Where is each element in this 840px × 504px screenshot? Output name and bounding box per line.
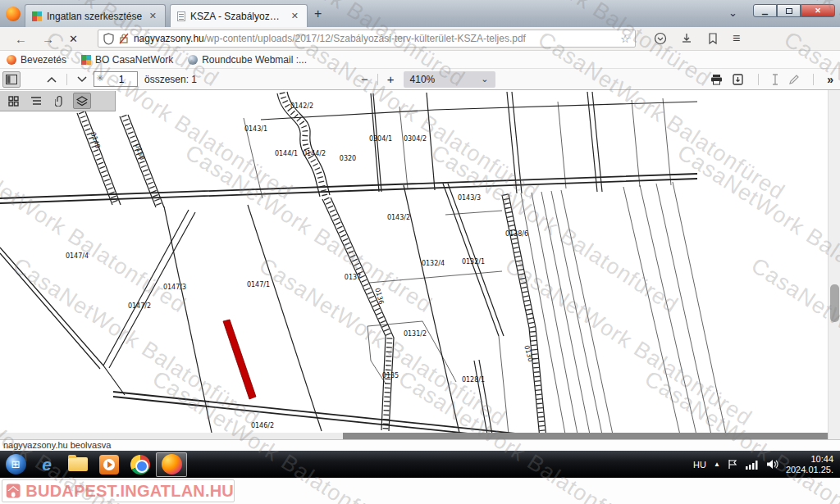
library-icon[interactable]: [706, 32, 719, 45]
titlebar: Ingatlan szerkesztése ✕ KSZA - Szabályoz…: [0, 0, 840, 27]
text-select-tool-icon[interactable]: [772, 74, 778, 85]
new-tab-button[interactable]: +: [314, 7, 322, 21]
network-signal-icon[interactable]: [746, 460, 759, 470]
tab-close-icon[interactable]: ✕: [148, 11, 158, 21]
back-button[interactable]: ←: [15, 32, 27, 46]
logo-text: BUDAPEST.INGATLAN.HU: [25, 482, 234, 501]
bottom-strip: BUDAPEST.INGATLAN.HU: [0, 478, 840, 504]
parcel-label: 0131/2: [404, 330, 427, 338]
navigation-toolbar: ← → ✕ nagyvazsony.hu/wp-content/uploads/…: [0, 27, 840, 51]
tab-ingatlan-szerkesztese[interactable]: Ingatlan szerkesztése ✕: [25, 4, 166, 27]
action-center-flag-icon[interactable]: [728, 459, 738, 470]
taskbar-internet-explorer[interactable]: e: [31, 452, 62, 477]
bookmark-star-icon[interactable]: ☆: [620, 33, 630, 45]
list-tabs-chevron-icon[interactable]: ⌄: [728, 7, 737, 19]
grid-favicon-icon: [32, 11, 42, 21]
parcel-label: 0128/1: [462, 376, 485, 384]
parcel-label: 0130: [523, 344, 534, 362]
parcel-label: 0132/4: [422, 260, 445, 267]
parcel-label: 0147/4: [66, 252, 89, 260]
more-tools-button[interactable]: »: [827, 73, 833, 86]
url-bar[interactable]: nagyvazsony.hu/wp-content/uploads/2017/1…: [98, 30, 636, 48]
minimize-button[interactable]: ▁: [753, 4, 777, 17]
taskbar-file-explorer[interactable]: [62, 452, 94, 477]
downloads-icon[interactable]: [680, 32, 693, 45]
start-button[interactable]: ⊞: [0, 452, 31, 477]
tab-label: KSZA - Szabályozási-terv-külte: [190, 11, 285, 22]
horizontal-scrollbar-thumb[interactable]: [343, 433, 828, 439]
zoom-in-button[interactable]: +: [381, 72, 400, 86]
parcel-label: 0147/2: [128, 302, 151, 310]
chrome-icon: [130, 455, 150, 474]
tab-ksza-pdf[interactable]: KSZA - Szabályozási-terv-külte ✕: [170, 4, 308, 27]
parcel-label: 0304/2: [404, 135, 427, 143]
close-button[interactable]: ✕: [801, 4, 835, 17]
url-domain: nagyvazsony.hu: [134, 33, 204, 44]
firefox-icon: [162, 454, 182, 474]
url-text[interactable]: nagyvazsony.hu/wp-content/uploads/2017/1…: [134, 33, 615, 44]
bookmark-label: Roundcube Webmail :...: [202, 54, 307, 66]
draw-pencil-icon[interactable]: [788, 74, 800, 85]
taskbar-media-player[interactable]: [94, 452, 125, 477]
tab-close-icon[interactable]: ✕: [290, 11, 300, 21]
pdf-toolbar: ✳ összesen: 1 − + 410% ⌄: [0, 69, 840, 90]
taskbar: ⊞ e HU ▲ 10:44 2024.01.25.: [0, 451, 840, 478]
chevron-down-icon: ⌄: [481, 74, 488, 84]
parcel-label: 0135: [382, 372, 399, 379]
language-indicator[interactable]: HU: [693, 460, 706, 470]
status-bar: nagyvazsony.hu beolvasva: [0, 439, 840, 451]
zoom-level-select[interactable]: 410% ⌄: [404, 71, 495, 88]
clock-date: 2024.01.25.: [786, 465, 833, 475]
grid-favicon-icon: [81, 55, 91, 65]
bookmark-label: Bevezetés: [21, 54, 66, 66]
stop-button[interactable]: ✕: [69, 33, 78, 45]
parcel-label: 0137: [345, 274, 361, 281]
clock-time: 10:44: [786, 454, 833, 465]
parcel-label: 0304/1: [369, 135, 392, 143]
media-player-icon: [99, 455, 119, 474]
bookmark-label: BO CasaNetWork: [95, 54, 173, 66]
internet-explorer-icon: e: [42, 455, 52, 474]
forward-button[interactable]: →: [42, 32, 54, 46]
taskbar-clock[interactable]: 10:44 2024.01.25.: [786, 454, 833, 475]
windows-flag-icon: ⊞: [11, 458, 21, 470]
vertical-scrollbar-thumb[interactable]: [830, 284, 839, 322]
url-path: /wp-content/uploads/2017/12/Szabályozási…: [204, 33, 526, 44]
bookmarks-bar: Bevezetés BO CasaNetWork Roundcube Webma…: [0, 51, 840, 69]
next-page-button[interactable]: [77, 76, 87, 83]
horizontal-scrollbar[interactable]: [0, 433, 828, 439]
print-button[interactable]: [710, 74, 723, 85]
vertical-scrollbar[interactable]: [828, 90, 840, 439]
layers-view-button[interactable]: [73, 93, 91, 109]
parcel-label: 0143/2: [387, 214, 410, 221]
outline-view-button[interactable]: [27, 93, 45, 109]
browser-window: Ingatlan szerkesztése ✕ KSZA - Szabályoz…: [0, 0, 840, 504]
save-button[interactable]: [733, 74, 745, 85]
bookmark-roundcube-webmail[interactable]: Roundcube Webmail :...: [188, 54, 307, 66]
zoom-out-button[interactable]: −: [355, 72, 374, 86]
sidebar-toggle-button[interactable]: [2, 71, 21, 88]
previous-page-button[interactable]: [47, 76, 57, 83]
bookmark-favicon-icon: [188, 55, 198, 65]
pdf-sidebar-toolbar: [0, 91, 116, 111]
insecure-lock-icon[interactable]: [119, 33, 129, 44]
bookmark-bo-casanetwork[interactable]: BO CasaNetWork: [81, 54, 173, 66]
tracking-shield-icon[interactable]: [103, 33, 114, 45]
taskbar-firefox-active[interactable]: [156, 452, 187, 477]
taskbar-chrome[interactable]: [125, 452, 156, 477]
tray-expand-icon[interactable]: ▲: [714, 461, 720, 468]
bookmark-bevezetes[interactable]: Bevezetés: [7, 54, 66, 66]
pdf-page-map: 0142/20143/10144/10144/203200304/10304/2…: [0, 90, 827, 439]
menu-icon[interactable]: ≡: [733, 31, 740, 46]
parcel-label: 0143/1: [244, 125, 267, 133]
pocket-icon[interactable]: [654, 32, 667, 45]
house-logo-icon: [6, 481, 21, 501]
volume-icon[interactable]: [766, 459, 778, 470]
attachments-view-button[interactable]: [50, 93, 68, 109]
parcel-label: 0138/6: [505, 230, 528, 238]
thumbnails-view-button[interactable]: [4, 93, 22, 109]
parcel-label: 0149: [89, 131, 102, 149]
pdf-viewer: 0142/20143/10144/10144/203200304/10304/2…: [0, 90, 840, 439]
bookmark-favicon-icon: [7, 55, 16, 65]
maximize-button[interactable]: [777, 4, 801, 17]
